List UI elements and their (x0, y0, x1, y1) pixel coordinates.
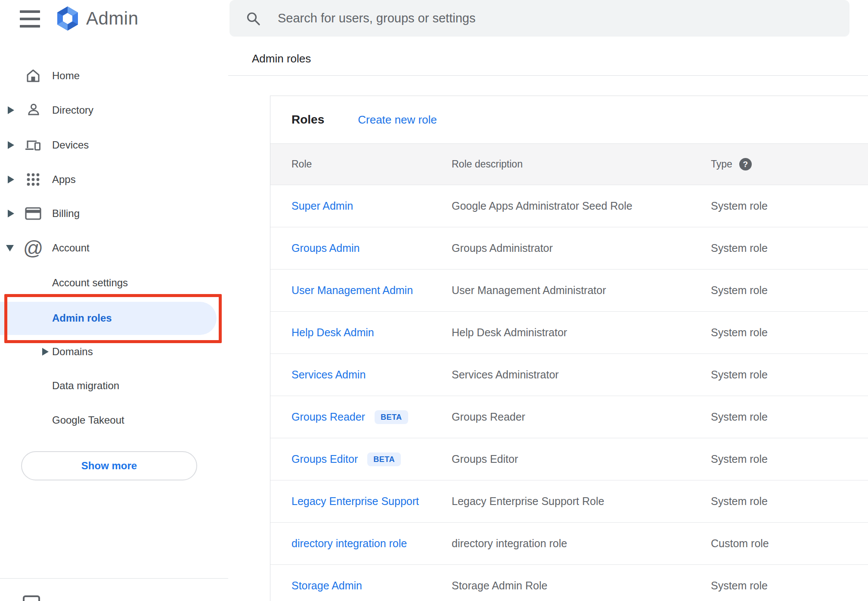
role-description: Storage Admin Role (452, 579, 711, 592)
table-row: Storage Admin Storage Admin Role System … (270, 565, 868, 601)
chevron-down-icon[interactable] (6, 245, 14, 251)
search-input[interactable]: Search for users, groups or settings (229, 0, 849, 37)
role-link[interactable]: Groups Admin (291, 242, 360, 254)
role-description: Groups Reader (452, 411, 711, 423)
sidebar-item-label: Data migration (52, 380, 119, 392)
sidebar-item-label: Account settings (52, 277, 128, 289)
sidebar-item-admin-roles[interactable]: Admin roles (0, 301, 228, 335)
sidebar-item-account-settings[interactable]: Account settings (0, 266, 228, 300)
roles-panel: Roles Create new role Role Role descript… (270, 96, 868, 601)
role-link[interactable]: Legacy Enterprise Support (291, 495, 419, 507)
table-row: Groups Admin Groups Administrator System… (270, 227, 868, 270)
table-row: User Management Admin User Management Ad… (270, 270, 868, 312)
table-row: Services Admin Services Administrator Sy… (270, 354, 868, 396)
role-type: System role (711, 200, 868, 212)
apps-grid-icon (25, 171, 42, 188)
sidebar-item-account[interactable]: @ Account (0, 231, 228, 265)
role-description: Google Apps Administrator Seed Role (452, 200, 711, 212)
role-link[interactable]: Super Admin (291, 200, 353, 212)
column-header-role: Role (291, 158, 452, 170)
home-icon (25, 67, 42, 84)
panel-title: Roles (291, 113, 324, 127)
question-mark-circle-icon[interactable]: ? (739, 158, 752, 170)
table-row: Legacy Enterprise Support Legacy Enterpr… (270, 480, 868, 523)
google-admin-logo-icon (55, 6, 80, 31)
at-sign-icon: @ (25, 239, 42, 257)
sidebar-item-devices[interactable]: Devices (0, 128, 228, 162)
sidebar-item-label: Domains (52, 346, 93, 358)
sidebar-item-label: Billing (52, 208, 80, 220)
breadcrumb: Admin roles (252, 52, 311, 65)
role-link[interactable]: Groups Editor (291, 453, 358, 465)
role-description: Legacy Enterprise Support Role (452, 495, 711, 508)
role-type: System role (711, 453, 868, 465)
sidebar-item-label: Admin roles (52, 312, 112, 324)
sidebar-item-data-migration[interactable]: Data migration (0, 369, 228, 403)
role-description: Help Desk Administrator (452, 326, 711, 339)
role-type: System role (711, 369, 868, 381)
role-description: Services Administrator (452, 369, 711, 381)
role-type: System role (711, 284, 868, 297)
sidebar-item-label: Apps (52, 173, 76, 186)
table-row: Help Desk Admin Help Desk Administrator … (270, 312, 868, 354)
hamburger-icon[interactable] (20, 10, 40, 28)
chevron-right-icon[interactable] (42, 348, 49, 356)
role-type: System role (711, 579, 868, 592)
column-header-description: Role description (452, 158, 711, 170)
role-link[interactable]: Storage Admin (291, 579, 362, 592)
beta-badge: BETA (367, 452, 401, 466)
sidebar-divider (0, 578, 228, 579)
roles-panel-header: Roles Create new role (270, 96, 868, 143)
chevron-right-icon[interactable] (8, 106, 14, 114)
role-type: System role (711, 326, 868, 339)
sidebar-item-apps[interactable]: Apps (0, 162, 228, 197)
role-description: Groups Editor (452, 453, 711, 465)
app-title: Admin (86, 8, 139, 29)
chevron-right-icon[interactable] (8, 210, 14, 217)
table-row: Groups ReaderBETA Groups Reader System r… (270, 396, 868, 438)
role-description: User Management Administrator (452, 284, 711, 297)
app-brand: Admin (55, 6, 139, 31)
beta-badge: BETA (375, 410, 408, 424)
sidebar-item-label: Devices (52, 139, 89, 151)
sidebar-item-domains[interactable]: Domains (0, 335, 228, 369)
role-description: Groups Administrator (452, 242, 711, 254)
sidebar-item-label: Directory (52, 104, 93, 116)
create-new-role-link[interactable]: Create new role (358, 113, 437, 127)
sidebar-item-home[interactable]: Home (0, 59, 228, 93)
table-row: Super Admin Google Apps Administrator Se… (270, 185, 868, 227)
role-link[interactable]: Help Desk Admin (291, 326, 374, 338)
sidebar-item-billing[interactable]: Billing (0, 196, 228, 231)
partial-icon (23, 595, 40, 601)
sidebar-item-label: Google Takeout (52, 414, 124, 426)
chevron-right-icon[interactable] (8, 176, 14, 183)
role-link[interactable]: Services Admin (291, 369, 366, 381)
sidebar-item-google-takeout[interactable]: Google Takeout (0, 403, 228, 437)
search-icon (246, 11, 260, 26)
role-type: System role (711, 242, 868, 254)
table-row: Groups EditorBETA Groups Editor System r… (270, 438, 868, 480)
role-description: directory integration role (452, 537, 711, 550)
credit-card-icon (25, 205, 42, 222)
show-more-label: Show more (81, 460, 137, 472)
role-type: System role (711, 495, 868, 508)
search-placeholder: Search for users, groups or settings (278, 11, 475, 25)
role-type: System role (711, 411, 868, 423)
table-header-row: Role Role description Type ? (270, 143, 868, 185)
devices-icon (25, 136, 42, 154)
sidebar-item-directory[interactable]: Directory (0, 93, 228, 127)
role-link[interactable]: directory integration role (291, 537, 407, 549)
table-row: directory integration role directory int… (270, 523, 868, 565)
person-icon (25, 102, 42, 119)
show-more-button[interactable]: Show more (21, 451, 197, 480)
role-link[interactable]: Groups Reader (291, 411, 365, 423)
role-link[interactable]: User Management Admin (291, 284, 413, 296)
role-type: Custom role (711, 537, 868, 550)
chevron-right-icon[interactable] (8, 141, 14, 149)
breadcrumb-divider (228, 75, 868, 76)
sidebar-item-label: Home (52, 70, 80, 82)
sidebar-item-label: Account (52, 242, 90, 254)
column-header-type: Type ? (711, 158, 868, 170)
